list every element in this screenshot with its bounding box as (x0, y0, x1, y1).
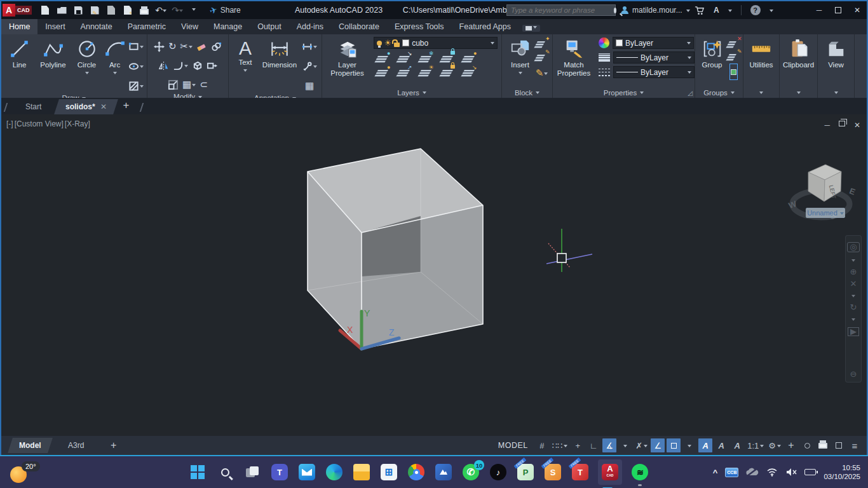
autocad-logo[interactable]: A CAD (3, 3, 32, 18)
minimize-button[interactable]: ─ (810, 2, 829, 18)
start-button[interactable] (188, 463, 207, 482)
layer-lock-button[interactable] (441, 53, 454, 63)
osnap-tracking-toggle[interactable]: ✗ (634, 438, 649, 452)
panel-clipboard[interactable]: Clipboard (780, 34, 818, 98)
share-button[interactable]: ✈ Share (210, 5, 241, 15)
navigation-wheel-icon[interactable]: ◎ (847, 242, 859, 252)
layer-make-current-button[interactable]: ● (463, 53, 475, 63)
zoom-extents-icon[interactable]: ✕ (850, 280, 857, 288)
explode-button[interactable] (192, 57, 203, 74)
offset-button[interactable]: ⊂ (200, 76, 208, 93)
edge-icon[interactable] (325, 463, 344, 482)
erase-button[interactable] (196, 38, 207, 55)
stretch-button[interactable] (207, 57, 217, 74)
help-icon[interactable]: ? (750, 5, 761, 15)
navbar-collapse-icon[interactable]: ⊖ (850, 370, 857, 378)
model-space-badge[interactable]: MODEL (493, 441, 533, 450)
layer-properties-button[interactable]: Layer Properties (327, 37, 369, 78)
isolate-objects-button[interactable] (800, 438, 814, 452)
match-properties-button[interactable]: Match Properties (553, 37, 595, 78)
tab-featured-apps[interactable]: Featured Apps (452, 19, 519, 34)
layer-unlock-button[interactable] (441, 67, 454, 77)
ungroup-button[interactable]: ✕ (728, 38, 740, 48)
ellipse-button[interactable] (128, 58, 144, 74)
viewcube-ucs-dropdown[interactable]: Unnamed (806, 208, 845, 218)
edit-attributes-button[interactable]: ✎ (536, 65, 548, 81)
trim-button[interactable]: ✂ (180, 38, 193, 55)
tab-annotate[interactable]: Annotate (73, 19, 120, 34)
whatsapp-icon[interactable]: ✆10 (461, 463, 480, 482)
plot-button[interactable] (137, 3, 151, 17)
grid-toggle[interactable]: # (535, 438, 549, 452)
tab-manage[interactable]: Manage (206, 19, 250, 34)
annotation-monitor-button[interactable]: + (784, 438, 798, 452)
weather-widget[interactable]: 20° (9, 461, 47, 484)
close-tab-icon[interactable]: ✕ (100, 102, 107, 111)
undo-button[interactable]: ↶ (154, 3, 168, 17)
model-3d-cube[interactable]: X Y Z (1, 114, 867, 436)
save-button[interactable] (71, 3, 85, 17)
layer-freeze-button[interactable]: ❄ (419, 53, 432, 63)
group-button[interactable]: Group (698, 37, 726, 69)
spotify-icon[interactable]: ≋ (630, 463, 649, 482)
rotate-button[interactable]: ↻ (168, 38, 177, 55)
layout-tab-a3rd[interactable]: A3rd (57, 438, 95, 453)
file-tab-start[interactable]: Start (14, 99, 53, 114)
properties-dialog-launcher[interactable]: ◿ (688, 90, 693, 97)
qat-customize-button[interactable] (187, 3, 201, 17)
panel-title-block[interactable]: Block (502, 87, 552, 98)
showmotion-icon[interactable]: ▶ (848, 327, 859, 336)
polyline-button[interactable]: Polyline (36, 37, 71, 69)
tab-parametric[interactable]: Parametric (120, 19, 173, 34)
isodraft-toggle[interactable]: ∠ (651, 438, 665, 452)
mail-icon[interactable] (297, 463, 316, 482)
ribbon-collapse-button[interactable] (522, 25, 540, 32)
tab-collaborate[interactable]: Collaborate (331, 19, 387, 34)
caret-down-icon[interactable] (728, 10, 732, 14)
orbit-icon[interactable]: ↻ (850, 304, 857, 311)
drawing-viewport[interactable]: [-] [Custom View] [X-Ray] ─ ✕ X (1, 114, 867, 436)
teams-icon[interactable]: T (270, 463, 289, 482)
tiktok-icon[interactable]: ♪ (489, 463, 508, 482)
autodesk-app-icon[interactable]: A (714, 6, 719, 15)
object-color-dropdown[interactable]: ByLayer (613, 37, 694, 49)
open-from-web-button[interactable] (104, 3, 118, 17)
tab-home[interactable]: Home (1, 19, 37, 34)
viewcube-cube[interactable]: LEFT (808, 165, 841, 201)
new-layout-button[interactable]: + (98, 437, 128, 454)
annotation-scale-flag[interactable]: A (730, 438, 744, 452)
tray-app-icon[interactable]: CCB (725, 468, 738, 477)
caret-down-icon[interactable] (851, 318, 855, 323)
edit-block-button[interactable]: ✎ (536, 51, 548, 62)
panel-title-properties[interactable]: Properties (553, 87, 695, 98)
new-tab-button[interactable]: + (116, 97, 137, 114)
annotation-scale-button[interactable]: 1:1 (746, 438, 765, 452)
object-snap-menu[interactable] (682, 438, 696, 452)
layer-on-button[interactable]: ● (376, 67, 389, 77)
app-store-cart-icon[interactable] (694, 5, 705, 16)
microsoft-store-icon[interactable]: ⊞ (379, 463, 398, 482)
dynamic-input-toggle[interactable]: + (571, 438, 585, 452)
table-button[interactable]: ▦ (305, 78, 314, 94)
caret-down-icon[interactable] (851, 259, 855, 264)
open-file-button[interactable] (55, 3, 69, 17)
annotation-autoscale-toggle[interactable]: A (714, 438, 728, 452)
caret-down-icon[interactable] (851, 295, 855, 299)
battery-icon[interactable] (804, 469, 816, 475)
dimension-button[interactable]: Dimension (259, 37, 301, 69)
fillet-button[interactable] (173, 57, 188, 74)
redo-button[interactable]: ↷ (170, 3, 184, 17)
taskbar-search-button[interactable] (215, 463, 234, 482)
file-explorer-icon[interactable] (352, 463, 371, 482)
search-icon[interactable] (614, 8, 616, 13)
layer-dropdown[interactable]: ☀ cubo (374, 37, 498, 49)
group-selection-toggle[interactable] (729, 64, 738, 80)
chrome-icon[interactable] (407, 463, 426, 482)
layer-off-button[interactable]: ● (376, 53, 389, 63)
layer-match-button[interactable]: ↘ (463, 67, 475, 77)
copy-button[interactable] (211, 38, 222, 55)
scale-button[interactable] (168, 76, 179, 93)
caret-down-icon[interactable] (770, 10, 773, 14)
plot-status-button[interactable] (816, 438, 830, 452)
panel-title-groups[interactable]: Groups (695, 87, 743, 98)
